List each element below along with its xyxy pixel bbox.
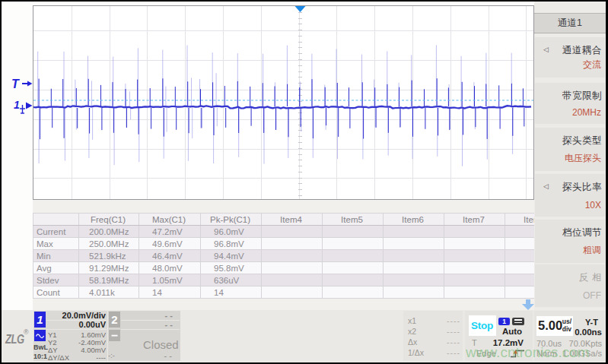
row-label: Avg — [33, 262, 79, 274]
ch2-status-block[interactable]: 2 - - - - Closed -:- - - — [108, 311, 180, 361]
measurement-value: 96.8mV — [201, 238, 262, 250]
row-label: Max — [33, 238, 79, 250]
watermark: www.cntronics.com — [466, 344, 608, 361]
measurement-value — [323, 274, 384, 286]
measurement-value: 48.0mV — [139, 262, 201, 274]
ch2-bottom-value: - - — [164, 351, 172, 360]
measurement-value: 200.0MHz — [79, 226, 139, 238]
table-row-current: Current200.0MHz47.2mV96.0mV — [33, 226, 535, 238]
x-cursor-row: x1---- — [408, 315, 460, 326]
measurement-value — [323, 238, 384, 250]
measurement-value — [444, 238, 505, 250]
measurement-value: 636uV — [201, 274, 262, 286]
table-header-cell: Pk-Pk(C1) — [201, 214, 262, 226]
ch2-ratio: -:- — [108, 351, 115, 359]
menu-item-2[interactable]: 带宽限制20MHz — [535, 83, 605, 124]
menu-item-3[interactable]: 探头类型电压探头 — [535, 128, 605, 171]
ch2-offset: - - — [121, 321, 180, 330]
x-cursor-label: x2 — [408, 326, 416, 337]
measurement-value — [323, 286, 384, 299]
submenu-arrow-icon: ◁ — [543, 182, 549, 190]
measurement-value — [262, 286, 323, 299]
run-state-indicator[interactable]: Stop — [469, 315, 496, 336]
menu-item-label: 档位调节 — [562, 226, 602, 239]
measurement-value — [323, 250, 384, 262]
x-cursor-row: Δx---- — [408, 337, 460, 347]
cursor-value: ---- — [96, 354, 106, 362]
measurement-value — [262, 262, 323, 274]
ch1-position-marker[interactable]: 1 — [14, 99, 20, 111]
x-cursor-row: x2---- — [408, 326, 460, 337]
measurement-value: 47.2mV — [139, 226, 201, 238]
graticule-grid — [33, 6, 533, 199]
measurement-value — [262, 274, 323, 286]
cursor-readout-block: x1----x2----Δx----1/Δx---- — [403, 311, 463, 361]
measurement-value — [384, 238, 444, 250]
measurement-value — [444, 250, 505, 262]
x-cursor-label: x1 — [408, 315, 416, 326]
measurement-value — [505, 286, 535, 299]
trigger-mode-icon — [512, 318, 524, 325]
menu-item-label: 探头比率 — [562, 181, 602, 194]
trigger-level-marker[interactable]: T — [11, 78, 20, 90]
ch1-cursor-row: ΔY/ΔX---- — [48, 354, 106, 362]
table-header-cell: Item7 — [444, 214, 505, 226]
ch1-status-block[interactable]: 1 BwL 10:1 20.0mV/div 0.00uV Y11.60mVY2-… — [33, 311, 107, 361]
menu-item-4[interactable]: ◁探头比率10X — [535, 174, 605, 217]
measurement-value: 4.011k — [79, 286, 139, 299]
ch1-probe-ratio: 10:1 — [33, 353, 46, 360]
ch2-status: Closed — [143, 338, 178, 351]
table-header-cell: Item5 — [323, 214, 384, 226]
menu-item-label: 带宽限制 — [562, 90, 602, 103]
ch2-coupling-icon — [109, 330, 120, 341]
measurement-value — [262, 238, 323, 250]
menu-item-label: 反 相 — [579, 271, 602, 284]
measurement-value: 96.0mV — [201, 226, 262, 238]
timebase-delay: 0.00ns — [575, 328, 602, 337]
measurement-value — [262, 226, 323, 238]
x-cursor-value: ---- — [447, 347, 460, 358]
row-label: Stdev — [33, 274, 79, 286]
measurement-value — [384, 286, 444, 299]
waveform-display[interactable] — [33, 5, 534, 200]
menu-item-5[interactable]: 档位调节粗调 — [535, 220, 605, 263]
cursor-label: ΔY/ΔX — [48, 354, 69, 362]
row-label: Current — [33, 226, 79, 238]
menu-item-value: 电压探头 — [565, 152, 601, 165]
menu-item-value: OFF — [583, 290, 601, 301]
measurement-value: 46.4mV — [139, 250, 201, 262]
x-cursor-row: 1/Δx---- — [408, 347, 460, 358]
menu-item-label: 探头类型 — [562, 135, 602, 147]
measurement-value — [444, 286, 505, 299]
measurement-value — [384, 250, 444, 262]
menu-item-1[interactable]: ◁通道耦合交流 — [535, 37, 605, 78]
measurement-value — [505, 274, 535, 286]
zlg-logo: ZLG ® — [5, 325, 36, 351]
measurement-grid: Freq(C1)Max(C1)Pk-Pk(C1)Item4Item5Item6I… — [33, 213, 534, 299]
x-cursor-label: Δx — [408, 337, 417, 347]
measurement-value — [505, 250, 535, 262]
menu-item-value: 10X — [585, 200, 601, 210]
measurement-value — [505, 262, 535, 274]
row-label: Count — [33, 286, 79, 299]
measurement-value — [384, 274, 444, 286]
measurement-value — [384, 226, 444, 238]
table-row-min: Min521.9kHz46.4mV94.4mV — [33, 250, 535, 262]
ch1-ac-coupling-icon — [34, 330, 46, 341]
table-header-cell: Max(C1) — [139, 214, 201, 226]
logo-text: ZLG — [5, 332, 24, 347]
table-scroll-down-arrow[interactable] — [521, 299, 535, 311]
ch1-offset: 0.00uV — [46, 321, 107, 330]
menu-title: 通道1 — [534, 13, 606, 33]
scroll-arrow-svg — [521, 299, 535, 311]
measurement-value — [505, 238, 535, 250]
trigger-sweep-mode[interactable]: Auto — [495, 327, 529, 336]
table-row-stdev: Stdev58.19MHz1.05mV636uV — [33, 274, 535, 286]
trigger-position-marker[interactable] — [295, 6, 306, 12]
measurement-value — [444, 226, 505, 238]
ch1-badge: 1 — [34, 312, 46, 328]
measurement-value: 58.19MHz — [79, 274, 139, 286]
measurement-value: 91.29MHz — [79, 262, 139, 274]
table-header-cell: Item6 — [384, 214, 444, 226]
menu-item-label: 通道耦合 — [562, 44, 602, 57]
